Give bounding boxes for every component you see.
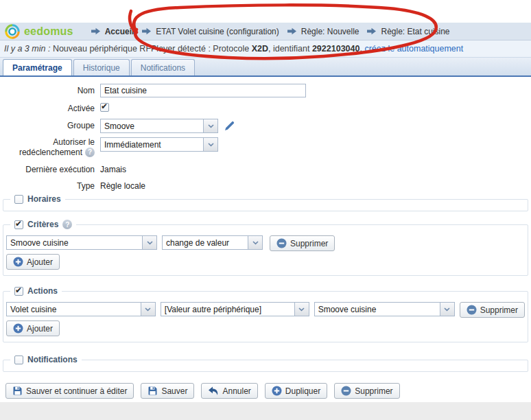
redeclenchement-value: Immédiatement xyxy=(101,138,203,151)
minus-circle-icon xyxy=(276,238,287,248)
footer-toolbar: Sauver et continuer à éditer Sauver Annu… xyxy=(3,383,528,399)
redeclenchement-select[interactable]: Immédiatement xyxy=(100,137,218,152)
brand-name: eedomus xyxy=(24,25,73,38)
tab-parametrage[interactable]: Paramétrage xyxy=(3,59,72,75)
arrow-right-icon xyxy=(91,27,100,35)
notification-text: Nouveau périphérique RFPlayer détecté : … xyxy=(53,44,249,54)
arrow-right-icon xyxy=(142,27,151,35)
eedomus-logo-icon xyxy=(5,24,20,39)
minus-circle-icon xyxy=(467,305,477,315)
save-and-continue-button[interactable]: Sauver et continuer à éditer xyxy=(5,383,134,399)
top-whitespace xyxy=(0,0,531,23)
nom-input[interactable] xyxy=(100,84,306,97)
critere-row: Smoove cuisine change de valeur Supprime… xyxy=(6,235,525,251)
actions-title: Actions xyxy=(27,286,58,296)
chevron-down-icon[interactable] xyxy=(141,303,155,316)
tab-bar: Paramétrage Historique Notifications xyxy=(0,58,531,77)
field-redeclenchement: Autoriser le redéclenchement ? Immédiate… xyxy=(3,137,528,157)
notifications-title: Notifications xyxy=(27,355,78,364)
chevron-down-icon[interactable] xyxy=(142,236,156,249)
delete-button[interactable]: Supprimer xyxy=(334,383,399,399)
notifications-checkbox[interactable] xyxy=(14,355,23,364)
groupe-value: Smoove xyxy=(101,119,203,132)
tab-historique[interactable]: Historique xyxy=(73,59,130,75)
section-horaires: Horaires xyxy=(3,199,528,211)
notification-identifier: 2922103040 xyxy=(312,44,360,54)
breadcrumb-item-accueil[interactable]: Accueil xyxy=(91,27,134,36)
header-bar: eedomus Accueil ETAT Volet cuisine (conf… xyxy=(0,23,531,40)
critere-supprimer-button[interactable]: Supprimer xyxy=(270,235,335,251)
critere-ajouter-button[interactable]: Ajouter xyxy=(6,254,60,270)
action-value-type-select[interactable]: [Valeur autre périphérique] xyxy=(161,302,309,316)
eedomus-logo[interactable]: eedomus xyxy=(5,24,73,39)
horaires-title: Horaires xyxy=(27,194,61,204)
notification-time: Il y a 3 min : xyxy=(4,44,50,54)
undo-icon xyxy=(208,386,219,395)
field-derniere-execution: Dernière exécution Jamais xyxy=(3,163,528,174)
criteres-title: Critères xyxy=(27,220,58,229)
plus-circle-icon xyxy=(13,323,23,334)
section-notifications: Notifications xyxy=(3,360,528,372)
chevron-down-icon[interactable] xyxy=(248,236,262,249)
field-groupe: Groupe Smoove xyxy=(3,119,528,133)
criteres-help-icon[interactable]: ? xyxy=(62,220,72,229)
type-value: Règle locale xyxy=(100,179,145,191)
section-actions: Actions Volet cuisine [Valeur autre péri… xyxy=(3,291,528,342)
field-nom: Nom xyxy=(3,84,528,97)
create-device-link[interactable]: créez le automatiquement xyxy=(364,44,463,54)
derniere-execution-value: Jamais xyxy=(100,163,126,174)
minus-circle-icon xyxy=(341,386,351,396)
chevron-down-icon[interactable] xyxy=(440,303,454,316)
critere-device-select[interactable]: Smoove cuisine xyxy=(6,235,157,250)
cancel-button[interactable]: Annuler xyxy=(201,383,257,399)
action-device-select[interactable]: Volet cuisine xyxy=(6,302,156,316)
notification-protocol: X2D xyxy=(252,44,268,54)
actions-checkbox[interactable] xyxy=(14,287,23,296)
criteres-checkbox[interactable] xyxy=(14,220,23,229)
duplicate-button[interactable]: Dupliquer xyxy=(265,383,327,399)
plus-circle-icon xyxy=(13,257,23,267)
page-bottom-area xyxy=(0,402,531,420)
edit-group-pencil-icon[interactable] xyxy=(224,120,235,132)
breadcrumb-item-regle-nouvelle[interactable]: Règle: Nouvelle xyxy=(287,27,359,36)
breadcrumb: Accueil ETAT Volet cuisine (configuratio… xyxy=(91,27,450,36)
tab-notifications[interactable]: Notifications xyxy=(131,59,195,75)
arrow-right-icon xyxy=(367,27,376,35)
save-icon xyxy=(12,386,23,396)
chevron-down-icon[interactable] xyxy=(294,303,309,316)
rule-form: Nom Activée Groupe Smoove Autoriser le xyxy=(0,77,531,399)
plus-circle-icon xyxy=(272,386,282,396)
redeclenchement-label: Autoriser le redéclenchement ? xyxy=(3,137,95,157)
page: eedomus Accueil ETAT Volet cuisine (conf… xyxy=(0,0,531,420)
arrow-right-icon xyxy=(287,27,296,35)
type-label: Type xyxy=(3,179,95,191)
chevron-down-icon[interactable] xyxy=(203,119,217,132)
chevron-down-icon[interactable] xyxy=(203,138,217,151)
action-supprimer-button[interactable]: Supprimer xyxy=(460,302,525,318)
nom-label: Nom xyxy=(3,84,95,97)
field-type: Type Règle locale xyxy=(3,179,528,191)
save-icon xyxy=(148,386,158,396)
field-activee: Activée xyxy=(3,102,528,113)
derniere-execution-label: Dernière exécution xyxy=(3,163,95,174)
action-source-select[interactable]: Smoove cuisine xyxy=(314,302,455,316)
breadcrumb-item-device[interactable]: ETAT Volet cuisine (configuration) xyxy=(142,27,279,36)
groupe-label: Groupe xyxy=(3,119,95,133)
groupe-select[interactable]: Smoove xyxy=(100,119,218,133)
redeclenchement-help-icon[interactable]: ? xyxy=(85,148,95,157)
activee-checkbox[interactable] xyxy=(100,103,109,112)
notification-bar: Il y a 3 min : Nouveau périphérique RFPl… xyxy=(0,40,531,58)
save-button[interactable]: Sauver xyxy=(141,383,194,399)
horaires-checkbox[interactable] xyxy=(14,195,23,204)
section-criteres: Critères ? Smoove cuisine change de vale… xyxy=(3,224,528,276)
action-ajouter-button[interactable]: Ajouter xyxy=(6,320,60,336)
breadcrumb-item-regle-etat-cuisine[interactable]: Règle: Etat cuisine xyxy=(367,27,449,36)
critere-condition-select[interactable]: change de valeur xyxy=(162,235,263,250)
action-row: Volet cuisine [Valeur autre périphérique… xyxy=(6,302,525,318)
activee-label: Activée xyxy=(3,102,95,113)
